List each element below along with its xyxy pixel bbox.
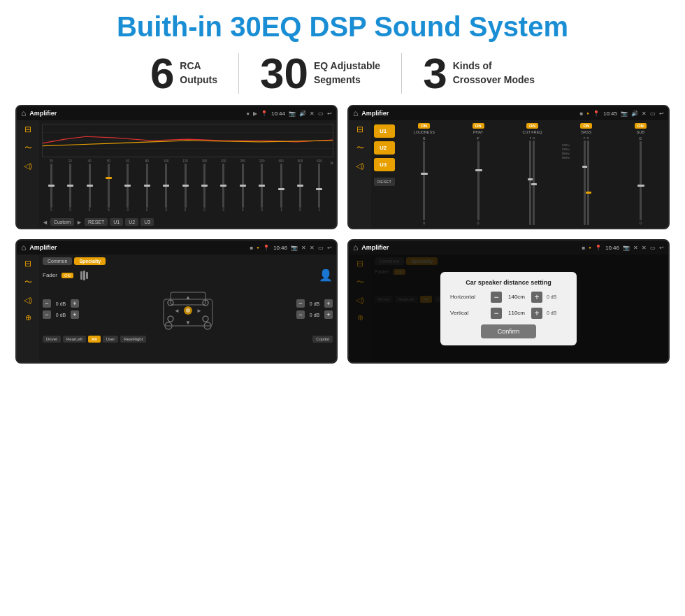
crossover-sidebar: ⊟ 〜 ◁) <box>349 120 371 228</box>
dialog-title: Car speaker distance setting <box>450 279 567 286</box>
speaker-rr-plus[interactable]: + <box>324 310 333 319</box>
eq-prev-icon[interactable]: ◄ <box>42 219 48 226</box>
home-icon-4[interactable]: ⌂ <box>353 243 358 252</box>
eq-main: 25 0 32 0 <box>39 120 336 228</box>
fader-sidebar-eq-icon[interactable]: ⊟ <box>24 259 31 268</box>
dialog-horizontal-value: 140cm <box>505 294 528 300</box>
dialog-vertical-label: Vertical <box>450 310 488 316</box>
home-icon-2[interactable]: ⌂ <box>353 108 358 118</box>
crossover-screen: ⌂ Amplifier ■ ● 📍 10:45 📷 🔊 ✕ ▭ ↩ ⊟ 〜 ◁)… <box>347 105 670 229</box>
page-header: Buith-in 30EQ DSP Sound System <box>0 0 685 48</box>
fader-specialty-tab[interactable]: Specialty <box>74 257 106 265</box>
eq-u2-btn[interactable]: U2 <box>125 218 138 226</box>
speaker-fr-plus[interactable]: + <box>324 299 333 308</box>
svg-text:►: ► <box>196 308 202 314</box>
speaker-fl-plus[interactable]: + <box>71 299 79 308</box>
dialog-vertical-control: − 110cm + <box>491 308 542 319</box>
crossover-time: 10:45 <box>603 110 617 117</box>
fader-person-icon[interactable]: 👤 <box>319 268 333 282</box>
fader-sidebar-arrows-icon[interactable]: ⊕ <box>25 313 31 322</box>
dialog-vertical-row: Vertical − 110cm + 0 dB <box>450 308 567 319</box>
crossover-title: Amplifier <box>361 110 576 117</box>
main-title: Buith-in 30EQ DSP Sound System <box>14 11 671 42</box>
fader-common-tab[interactable]: Common <box>43 257 72 265</box>
dialog-vertical-plus[interactable]: + <box>531 308 542 319</box>
eq-u1-btn[interactable]: U1 <box>110 218 123 226</box>
eq-status-bar: ⌂ Amplifier ● ▶ 📍 10:44 📷 🔊 ✕ ▭ ↩ <box>17 106 336 120</box>
svg-point-10 <box>203 316 208 322</box>
dialog-screen: ⌂ Amplifier ■ ● 📍 10:46 📷 ✕ ✕ ▭ ↩ ⊟ 〜 ◁)… <box>347 239 670 364</box>
stat-number-eq: 30 <box>260 52 308 95</box>
stat-label-rca: RCA Outputs <box>180 59 217 87</box>
fader-time: 10:46 <box>273 245 287 251</box>
eq-sidebar-speaker-icon[interactable]: ◁) <box>24 162 32 171</box>
speaker-rl-minus[interactable]: − <box>43 310 51 319</box>
crossover-main: U1 U2 U3 RESET ON LOUDNESS ON <box>371 120 668 228</box>
speaker-rr-minus[interactable]: − <box>296 310 305 319</box>
dialog-overlay: Car speaker distance setting Horizontal … <box>349 255 668 362</box>
dialog-vertical-minus[interactable]: − <box>491 308 502 319</box>
fader-status-bar: ⌂ Amplifier ■ ● 📍 10:46 📷 ✕ ✕ ▭ ↩ <box>17 241 336 255</box>
dialog-horizontal-plus[interactable]: + <box>531 292 542 303</box>
dialog-horizontal-minus[interactable]: − <box>491 292 502 303</box>
fader-sidebar-speaker-icon[interactable]: ◁) <box>24 296 32 305</box>
fader-all-btn[interactable]: All <box>88 336 101 343</box>
fader-rearleft-btn[interactable]: RearLeft <box>63 336 86 343</box>
eq-sidebar: ⊟ 〜 ◁) <box>17 120 39 228</box>
eq-graph <box>42 124 333 157</box>
fader-screen: ⌂ Amplifier ■ ● 📍 10:46 📷 ✕ ✕ ▭ ↩ ⊟ 〜 ◁)… <box>15 239 338 364</box>
fader-rearright-btn[interactable]: RearRight <box>120 336 146 343</box>
dialog-status-bar: ⌂ Amplifier ■ ● 📍 10:46 📷 ✕ ✕ ▭ ↩ <box>349 241 668 255</box>
stat-crossover: 3 Kinds of Crossover Modes <box>402 52 556 95</box>
stat-rca: 6 RCA Outputs <box>129 52 238 95</box>
crossover-sidebar-eq-icon[interactable]: ⊟ <box>356 124 363 134</box>
eq-next-icon[interactable]: ► <box>76 219 82 226</box>
svg-point-12 <box>186 308 190 313</box>
svg-text:◄: ◄ <box>174 308 180 314</box>
crossover-reset-btn[interactable]: RESET <box>374 178 395 186</box>
stat-number-rca: 6 <box>150 52 174 95</box>
crossover-u3-btn[interactable]: U3 <box>374 158 395 171</box>
stat-eq: 30 EQ Adjustable Segments <box>239 52 401 95</box>
fader-driver-btn[interactable]: Driver <box>43 336 61 343</box>
screenshots-grid: ⌂ Amplifier ● ▶ 📍 10:44 📷 🔊 ✕ ▭ ↩ ⊟ 〜 ◁) <box>0 102 685 371</box>
eq-reset-btn[interactable]: RESET <box>85 218 108 226</box>
stats-row: 6 RCA Outputs 30 EQ Adjustable Segments … <box>0 48 685 102</box>
svg-point-9 <box>168 316 173 322</box>
stat-label-eq: EQ Adjustable Segments <box>314 59 380 87</box>
dialog-time: 10:46 <box>605 245 619 251</box>
fader-sidebar-wave-icon[interactable]: 〜 <box>24 277 32 287</box>
crossover-u2-btn[interactable]: U2 <box>374 141 395 155</box>
eq-u3-btn[interactable]: U3 <box>140 218 154 226</box>
home-icon[interactable]: ⌂ <box>21 108 26 118</box>
dialog-vertical-value: 110cm <box>505 310 528 316</box>
eq-sidebar-eq-icon[interactable]: ⊟ <box>24 124 31 134</box>
svg-text:▲: ▲ <box>185 294 191 301</box>
crossover-u1-btn[interactable]: U1 <box>374 124 395 138</box>
eq-title: Amplifier <box>29 110 243 117</box>
speaker-rl-plus[interactable]: + <box>71 310 79 319</box>
stat-label-crossover: Kinds of Crossover Modes <box>453 59 535 87</box>
fader-sidebar: ⊟ 〜 ◁) ⊕ <box>17 255 39 362</box>
eq-sidebar-wave-icon[interactable]: 〜 <box>24 143 32 153</box>
eq-time: 10:44 <box>271 110 285 117</box>
speaker-fr-minus[interactable]: − <box>296 299 305 308</box>
dialog-box: Car speaker distance setting Horizontal … <box>440 272 577 345</box>
home-icon-3[interactable]: ⌂ <box>21 243 26 252</box>
crossover-status-bar: ⌂ Amplifier ■ ● 📍 10:45 📷 🔊 ✕ ▭ ↩ <box>349 106 668 120</box>
fader-copilot-btn[interactable]: Copilot <box>312 336 333 343</box>
dialog-horizontal-row: Horizontal − 140cm + 0 dB <box>450 292 567 303</box>
dialog-screen-title: Amplifier <box>361 244 578 251</box>
fader-title: Amplifier <box>29 244 246 251</box>
crossover-sidebar-speaker-icon[interactable]: ◁) <box>356 162 364 171</box>
crossover-sidebar-wave-icon[interactable]: 〜 <box>356 143 364 153</box>
eq-sliders-container: 25 0 32 0 <box>42 159 329 212</box>
dialog-confirm-button[interactable]: Confirm <box>481 324 537 338</box>
svg-text:▼: ▼ <box>185 320 191 326</box>
stat-number-crossover: 3 <box>423 52 447 95</box>
fader-user-btn[interactable]: User <box>103 336 119 343</box>
eq-screen: ⌂ Amplifier ● ▶ 📍 10:44 📷 🔊 ✕ ▭ ↩ ⊟ 〜 ◁) <box>15 105 338 229</box>
eq-bottom-controls: ◄ Custom ► RESET U1 U2 U3 <box>42 217 333 226</box>
speaker-fl-minus[interactable]: − <box>43 299 51 308</box>
eq-preset-custom[interactable]: Custom <box>50 218 74 226</box>
